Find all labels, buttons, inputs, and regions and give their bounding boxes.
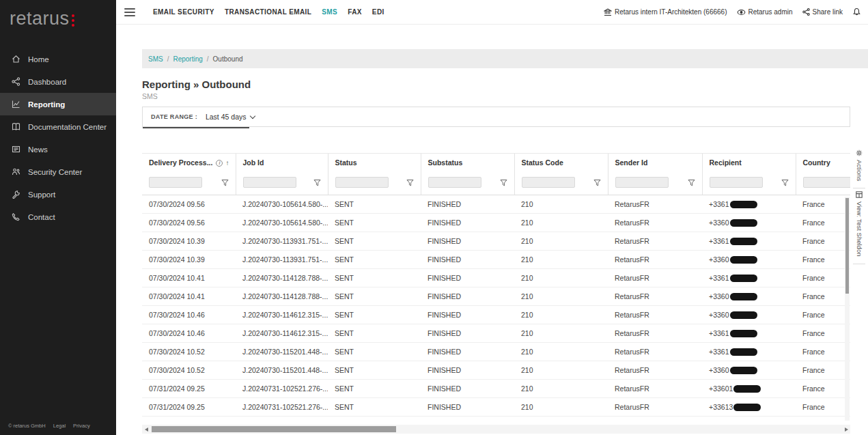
user-menu[interactable]: Retarus admin xyxy=(737,8,793,16)
filter-input-country[interactable] xyxy=(803,177,851,188)
cell-substatus: FINISHED xyxy=(421,251,514,269)
funnel-filter-icon[interactable] xyxy=(221,179,229,186)
documentation-icon xyxy=(11,122,20,132)
table-row[interactable]: 07/31/2024 09.25J.20240731-102521.276-..… xyxy=(142,380,850,398)
funnel-filter-icon[interactable] xyxy=(593,179,601,186)
share-link-button[interactable]: Share link xyxy=(802,8,843,16)
funnel-filter-icon[interactable] xyxy=(313,179,321,186)
column-header-status[interactable]: Status xyxy=(328,154,421,172)
cell-job: J.20240730-114612.315-... xyxy=(236,324,328,343)
funnel-filter-icon[interactable] xyxy=(688,179,695,186)
recipient-prefix: +33613 xyxy=(709,403,733,411)
account-selector[interactable]: Retarus intern IT-Architekten (66666) xyxy=(604,8,727,16)
sidebar-item-documentation-center[interactable]: Documentation Center xyxy=(0,115,116,138)
sidebar-item-news[interactable]: News xyxy=(0,138,116,160)
column-header-country[interactable]: Country xyxy=(796,154,850,172)
info-icon[interactable]: i xyxy=(216,160,223,167)
table-row[interactable]: 07/30/2024 10.39J.20240730-113931.751-..… xyxy=(142,232,850,251)
redaction-bar xyxy=(730,311,757,319)
filter-input-sender-id[interactable] xyxy=(615,177,669,188)
sidebar-item-label: Contact xyxy=(28,213,55,221)
column-header-status-code[interactable]: Status Code xyxy=(514,154,608,172)
funnel-filter-icon[interactable] xyxy=(406,179,414,186)
nav-item-email-security[interactable]: EMAIL SECURITY xyxy=(153,8,214,16)
vertical-scrollbar-thumb[interactable] xyxy=(845,198,849,294)
sidebar-item-label: Support xyxy=(28,191,55,199)
retarus-logo[interactable]: retarus xyxy=(0,0,116,40)
breadcrumb-sms[interactable]: SMS xyxy=(148,55,163,63)
organization-icon xyxy=(604,8,612,16)
table-row[interactable]: 07/30/2024 09.56J.20240730-105614.580-..… xyxy=(142,214,850,232)
nav-item-fax[interactable]: FAX xyxy=(348,8,362,16)
cell-country: France xyxy=(796,306,850,324)
nav-item-transactional-email[interactable]: TRANSACTIONAL EMAIL xyxy=(225,8,311,16)
cell-job: J.20240730-105614.580-... xyxy=(236,195,328,214)
cell-sender: RetarusFR xyxy=(608,232,702,251)
filter-input-recipient[interactable] xyxy=(710,177,763,188)
horizontal-scrollbar-thumb[interactable] xyxy=(152,426,396,432)
account-name: Retarus intern IT-Architekten (66666) xyxy=(615,8,727,16)
table-row[interactable]: 07/30/2024 10.46J.20240730-114612.315-..… xyxy=(142,306,850,324)
legal-link[interactable]: Legal xyxy=(53,423,66,429)
table-row[interactable]: 07/30/2024 10.41J.20240730-114128.788-..… xyxy=(142,287,850,306)
recipient-prefix: +3361 xyxy=(709,348,729,356)
table-row[interactable]: 07/30/2024 10.52J.20240730-115201.448-..… xyxy=(142,343,850,361)
funnel-filter-icon[interactable] xyxy=(500,179,507,186)
column-header-job-id[interactable]: Job Id xyxy=(236,154,328,172)
view-panel-tab[interactable]: View: Test Sheldon xyxy=(853,188,865,264)
sidebar-item-reporting[interactable]: Reporting xyxy=(0,93,116,115)
cell-sender: RetarusFR xyxy=(608,343,702,361)
sidebar-item-support[interactable]: Support xyxy=(0,183,116,206)
cell-delivery: 07/31/2024 09.25 xyxy=(142,398,236,417)
redaction-bar xyxy=(730,348,757,356)
table-row[interactable]: 07/30/2024 10.46J.20240730-114612.315-..… xyxy=(142,324,850,343)
vertical-scrollbar[interactable] xyxy=(845,197,850,421)
breadcrumb-reporting[interactable]: Reporting xyxy=(173,55,202,63)
hamburger-menu-icon[interactable] xyxy=(124,8,135,16)
cell-country: France xyxy=(796,287,850,306)
cell-substatus: FINISHED xyxy=(421,232,514,251)
table-row[interactable]: 07/30/2024 10.39J.20240730-113931.751-..… xyxy=(142,251,850,269)
cell-delivery: 07/30/2024 10.39 xyxy=(142,232,236,251)
scroll-left-arrow[interactable] xyxy=(142,425,150,434)
funnel-filter-icon[interactable] xyxy=(781,179,789,186)
notifications-button[interactable] xyxy=(852,8,861,16)
nav-item-sms[interactable]: SMS xyxy=(322,8,337,16)
actions-panel-tab[interactable]: Actions xyxy=(853,147,865,188)
filter-input-job-id[interactable] xyxy=(243,177,296,188)
sidebar: retarus Home Dashboard Reporting xyxy=(0,0,116,435)
redaction-bar xyxy=(733,385,761,393)
sidebar-item-security-center[interactable]: Security Center xyxy=(0,160,116,183)
column-header-recipient[interactable]: Recipient xyxy=(702,154,796,172)
logo-dots-icon xyxy=(72,14,74,27)
cell-delivery: 07/30/2024 09.56 xyxy=(142,214,236,232)
table-row[interactable]: 07/31/2024 09.25J.20240731-102521.276-..… xyxy=(142,398,850,417)
date-range-select[interactable]: Last 45 days xyxy=(206,113,255,121)
cell-code: 210 xyxy=(514,251,608,269)
horizontal-scrollbar[interactable] xyxy=(142,425,850,434)
table-row[interactable]: 07/30/2024 09.56J.20240730-105614.580-..… xyxy=(142,195,850,214)
filter-input-status[interactable] xyxy=(335,177,389,188)
cell-delivery: 07/30/2024 10.46 xyxy=(142,324,236,343)
nav-item-edi[interactable]: EDI xyxy=(372,8,384,16)
sidebar-item-dashboard[interactable]: Dashboard xyxy=(0,70,116,93)
page-title: Reporting » Outbound xyxy=(142,79,251,90)
cell-delivery: 07/30/2024 10.52 xyxy=(142,343,236,361)
table-row[interactable]: 07/30/2024 10.41J.20240730-114128.788-..… xyxy=(142,269,850,287)
table-header-row: Delivery Process...i↑ Job Id Status Subs… xyxy=(142,154,850,172)
sidebar-item-home[interactable]: Home xyxy=(0,48,116,70)
sort-ascending-icon[interactable]: ↑ xyxy=(225,159,229,167)
cell-code: 210 xyxy=(514,343,608,361)
filter-input-status-code[interactable] xyxy=(522,177,575,188)
column-header-substatus[interactable]: Substatus xyxy=(421,154,514,172)
sidebar-item-contact[interactable]: Contact xyxy=(0,206,116,228)
horizontal-scrollbar-track[interactable] xyxy=(150,425,842,434)
privacy-link[interactable]: Privacy xyxy=(73,423,90,429)
cell-country: France xyxy=(796,380,850,398)
column-header-sender-id[interactable]: Sender Id xyxy=(608,154,702,172)
filter-input-substatus[interactable] xyxy=(428,177,481,188)
column-header-delivery-process[interactable]: Delivery Process...i↑ xyxy=(142,154,236,172)
table-row[interactable]: 07/30/2024 10.52J.20240730-115201.448-..… xyxy=(142,361,850,380)
filter-input-delivery-process[interactable] xyxy=(149,177,202,188)
scroll-right-arrow[interactable] xyxy=(842,425,850,434)
